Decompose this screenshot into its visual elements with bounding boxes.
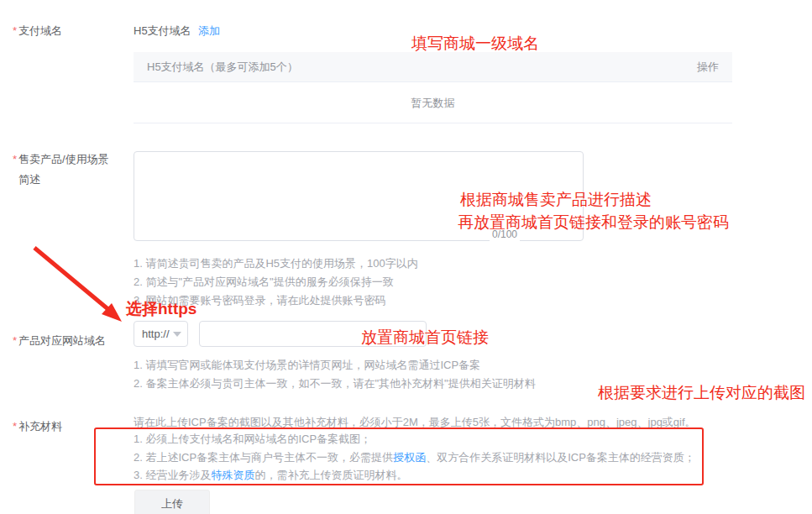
table-header-row: H5支付域名（最多可添加5个） 操作 [134, 52, 732, 82]
annotation-choose-https: 选择https [126, 299, 196, 319]
annotation-fill-first-level-domain: 填写商城一级域名 [411, 34, 539, 54]
h5-domain-table: H5支付域名（最多可添加5个） 操作 暂无数据 [134, 52, 732, 123]
requirement-line: 3. 经营业务涉及特殊资质的，需补充上传资质证明材料。 [134, 466, 695, 485]
h5-domain-subtitle: H5支付域名 [134, 22, 191, 40]
table-empty-state: 暂无数据 [134, 82, 732, 123]
upload-button[interactable]: 上传 [134, 490, 210, 514]
requirement-line: 1. 必须上传支付域名和网站域名的ICP备案截图； [134, 430, 695, 448]
annotation-arrow [28, 242, 133, 329]
website-domain-hints: 1. 请填写官网或能体现支付场景的详情页网址，网站域名需通过ICP备案 2. 备… [134, 356, 536, 393]
annotation-place-link-account: 再放置商城首页链接和登录的账号密码 [458, 212, 729, 233]
protocol-select[interactable]: http:// [134, 321, 188, 347]
protocol-selected-value: http:// [142, 328, 170, 340]
product-desc-label: *售卖产品/使用场景 简述 [13, 150, 122, 191]
website-domain-label: *产品对应网站域名 [13, 332, 106, 350]
h5-payment-settings-form: *支付域名 H5支付域名 添加 填写商城一级域名 H5支付域名（最多可添加5个）… [0, 0, 812, 514]
hint-line: 1. 请简述贵司售卖的产品及H5支付的使用场景，100字以内 [134, 254, 418, 273]
required-asterisk: * [13, 153, 17, 165]
annotation-place-homepage-link: 放置商城首页链接 [361, 328, 489, 348]
requirement-line: 2. 若上述ICP备案主体与商户号主体不一致，必需提供授权函、双方合作关系证明材… [134, 448, 695, 467]
add-domain-link[interactable]: 添加 [198, 22, 220, 40]
special-qualification-link[interactable]: 特殊资质 [211, 469, 254, 481]
hint-line: 1. 请填写官网或能体现支付场景的详情页网址，网站域名需通过ICP备案 [134, 356, 536, 375]
table-header-domain: H5支付域名（最多可添加5个） [147, 52, 298, 81]
annotation-upload-screenshots: 根据要求进行上传对应的截图 [598, 383, 805, 403]
payment-domain-label: *支付域名 [13, 22, 62, 40]
hint-line: 2. 简述与"产品对应网站域名"提供的服务必须保持一致 [134, 273, 418, 291]
table-header-action: 操作 [697, 52, 719, 81]
required-asterisk: * [13, 24, 17, 37]
authorization-letter-link[interactable]: 授权函 [393, 451, 426, 464]
hint-line: 2. 备案主体必须与贵司主体一致，如不一致，请在"其他补充材料"提供相关证明材料 [134, 375, 536, 393]
chevron-down-icon [173, 332, 181, 337]
supplementary-requirements: 1. 必须上传支付域名和网站域名的ICP备案截图； 2. 若上述ICP备案主体与… [134, 430, 695, 485]
annotation-describe-products: 根据商城售卖产品进行描述 [460, 190, 652, 210]
required-asterisk: * [13, 334, 17, 347]
supplementary-label: *补充材料 [13, 417, 62, 436]
required-asterisk: * [13, 420, 17, 433]
